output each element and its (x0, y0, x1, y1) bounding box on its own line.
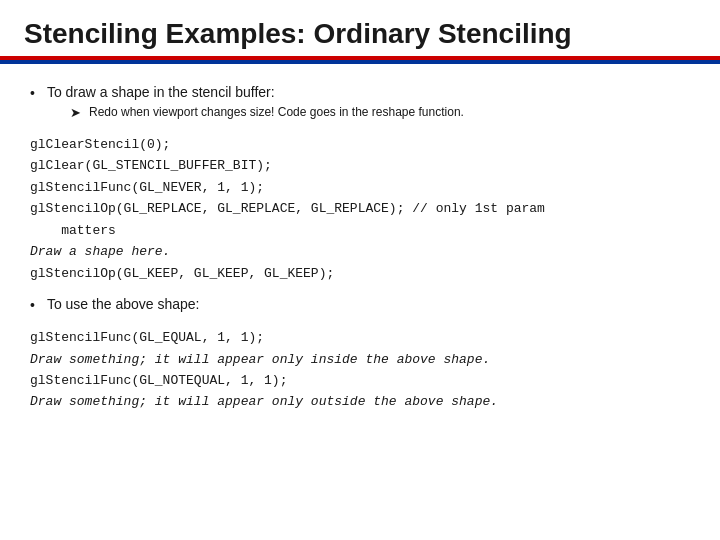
title-bar: Stenciling Examples: Ordinary Stenciling (0, 0, 720, 56)
bullet-dot-1: • (30, 85, 35, 101)
code-line-1-7: glStencilOp(GL_KEEP, GL_KEEP, GL_KEEP); (30, 263, 690, 284)
sub-text-1: Redo when viewport changes size! Code go… (89, 105, 464, 119)
bullet-section-1: • To draw a shape in the stencil buffer:… (30, 84, 690, 120)
code-line-1-3: glStencilFunc(GL_NEVER, 1, 1); (30, 177, 690, 198)
code-block-1: glClearStencil(0); glClear(GL_STENCIL_BU… (30, 134, 690, 284)
bullet-dot-2: • (30, 297, 35, 313)
sub-arrow-1: ➤ (70, 105, 81, 120)
page-title: Stenciling Examples: Ordinary Stenciling (24, 18, 572, 49)
code-line-1-1: glClearStencil(0); (30, 134, 690, 155)
bullet-text-2: To use the above shape: (47, 296, 200, 312)
code-line-2-3: glStencilFunc(GL_NOTEQUAL, 1, 1); (30, 370, 690, 391)
code-line-1-6: Draw a shape here. (30, 241, 690, 262)
code-line-1-4: glStencilOp(GL_REPLACE, GL_REPLACE, GL_R… (30, 198, 690, 219)
bullet-section-2: • To use the above shape: (30, 296, 690, 313)
divider-container (0, 56, 720, 64)
content-area: • To draw a shape in the stencil buffer:… (0, 64, 720, 439)
page: Stenciling Examples: Ordinary Stenciling… (0, 0, 720, 540)
code-line-1-2: glClear(GL_STENCIL_BUFFER_BIT); (30, 155, 690, 176)
sub-bullet-1: ➤ Redo when viewport changes size! Code … (70, 105, 690, 120)
code-line-2-2: Draw something; it will appear only insi… (30, 349, 690, 370)
code-line-1-5: matters (30, 220, 690, 241)
bullet-item-2: • To use the above shape: (30, 296, 690, 313)
code-block-2: glStencilFunc(GL_EQUAL, 1, 1); Draw some… (30, 327, 690, 413)
code-line-2-1: glStencilFunc(GL_EQUAL, 1, 1); (30, 327, 690, 348)
bullet-item-1: • To draw a shape in the stencil buffer: (30, 84, 690, 101)
code-line-2-4: Draw something; it will appear only outs… (30, 391, 690, 412)
bullet-text-1: To draw a shape in the stencil buffer: (47, 84, 275, 100)
